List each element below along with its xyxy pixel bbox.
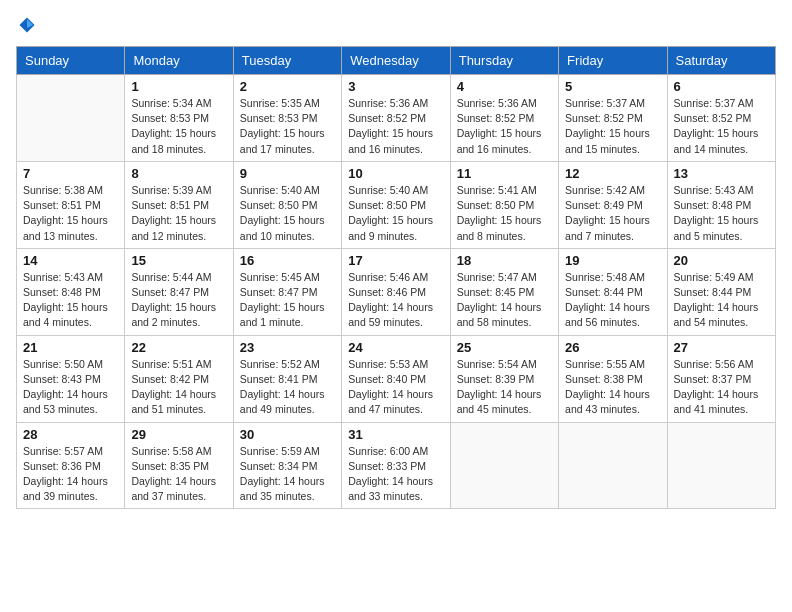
day-number: 13 (674, 166, 769, 181)
day-info: Sunrise: 5:51 AM Sunset: 8:42 PM Dayligh… (131, 357, 226, 418)
day-info: Sunrise: 5:47 AM Sunset: 8:45 PM Dayligh… (457, 270, 552, 331)
day-info: Sunrise: 5:59 AM Sunset: 8:34 PM Dayligh… (240, 444, 335, 505)
day-info: Sunrise: 5:56 AM Sunset: 8:37 PM Dayligh… (674, 357, 769, 418)
calendar-day-header: Sunday (17, 47, 125, 75)
table-row: 22Sunrise: 5:51 AM Sunset: 8:42 PM Dayli… (125, 335, 233, 422)
day-number: 31 (348, 427, 443, 442)
table-row: 21Sunrise: 5:50 AM Sunset: 8:43 PM Dayli… (17, 335, 125, 422)
table-row: 29Sunrise: 5:58 AM Sunset: 8:35 PM Dayli… (125, 422, 233, 509)
day-info: Sunrise: 5:43 AM Sunset: 8:48 PM Dayligh… (23, 270, 118, 331)
day-info: Sunrise: 5:35 AM Sunset: 8:53 PM Dayligh… (240, 96, 335, 157)
calendar-day-header: Monday (125, 47, 233, 75)
table-row: 23Sunrise: 5:52 AM Sunset: 8:41 PM Dayli… (233, 335, 341, 422)
day-info: Sunrise: 5:41 AM Sunset: 8:50 PM Dayligh… (457, 183, 552, 244)
day-info: Sunrise: 5:52 AM Sunset: 8:41 PM Dayligh… (240, 357, 335, 418)
calendar-header-row: SundayMondayTuesdayWednesdayThursdayFrid… (17, 47, 776, 75)
table-row: 25Sunrise: 5:54 AM Sunset: 8:39 PM Dayli… (450, 335, 558, 422)
table-row (559, 422, 667, 509)
day-number: 14 (23, 253, 118, 268)
day-number: 20 (674, 253, 769, 268)
day-number: 10 (348, 166, 443, 181)
day-info: Sunrise: 5:38 AM Sunset: 8:51 PM Dayligh… (23, 183, 118, 244)
day-number: 12 (565, 166, 660, 181)
day-info: Sunrise: 5:45 AM Sunset: 8:47 PM Dayligh… (240, 270, 335, 331)
day-number: 23 (240, 340, 335, 355)
day-info: Sunrise: 5:57 AM Sunset: 8:36 PM Dayligh… (23, 444, 118, 505)
table-row: 28Sunrise: 5:57 AM Sunset: 8:36 PM Dayli… (17, 422, 125, 509)
table-row: 3Sunrise: 5:36 AM Sunset: 8:52 PM Daylig… (342, 75, 450, 162)
day-number: 19 (565, 253, 660, 268)
day-number: 17 (348, 253, 443, 268)
day-info: Sunrise: 6:00 AM Sunset: 8:33 PM Dayligh… (348, 444, 443, 505)
day-number: 7 (23, 166, 118, 181)
day-info: Sunrise: 5:54 AM Sunset: 8:39 PM Dayligh… (457, 357, 552, 418)
table-row: 6Sunrise: 5:37 AM Sunset: 8:52 PM Daylig… (667, 75, 775, 162)
day-number: 11 (457, 166, 552, 181)
calendar-week-row: 1Sunrise: 5:34 AM Sunset: 8:53 PM Daylig… (17, 75, 776, 162)
table-row (17, 75, 125, 162)
day-number: 18 (457, 253, 552, 268)
table-row: 20Sunrise: 5:49 AM Sunset: 8:44 PM Dayli… (667, 248, 775, 335)
calendar-table: SundayMondayTuesdayWednesdayThursdayFrid… (16, 46, 776, 509)
table-row: 10Sunrise: 5:40 AM Sunset: 8:50 PM Dayli… (342, 161, 450, 248)
table-row: 15Sunrise: 5:44 AM Sunset: 8:47 PM Dayli… (125, 248, 233, 335)
day-number: 29 (131, 427, 226, 442)
day-info: Sunrise: 5:58 AM Sunset: 8:35 PM Dayligh… (131, 444, 226, 505)
day-number: 24 (348, 340, 443, 355)
day-number: 6 (674, 79, 769, 94)
day-number: 26 (565, 340, 660, 355)
day-number: 2 (240, 79, 335, 94)
table-row: 16Sunrise: 5:45 AM Sunset: 8:47 PM Dayli… (233, 248, 341, 335)
day-info: Sunrise: 5:43 AM Sunset: 8:48 PM Dayligh… (674, 183, 769, 244)
table-row: 17Sunrise: 5:46 AM Sunset: 8:46 PM Dayli… (342, 248, 450, 335)
page-header (16, 16, 776, 34)
logo-icon (18, 16, 36, 34)
table-row: 31Sunrise: 6:00 AM Sunset: 8:33 PM Dayli… (342, 422, 450, 509)
day-number: 28 (23, 427, 118, 442)
day-number: 8 (131, 166, 226, 181)
day-number: 3 (348, 79, 443, 94)
day-info: Sunrise: 5:50 AM Sunset: 8:43 PM Dayligh… (23, 357, 118, 418)
day-info: Sunrise: 5:40 AM Sunset: 8:50 PM Dayligh… (240, 183, 335, 244)
day-info: Sunrise: 5:40 AM Sunset: 8:50 PM Dayligh… (348, 183, 443, 244)
table-row: 5Sunrise: 5:37 AM Sunset: 8:52 PM Daylig… (559, 75, 667, 162)
day-number: 21 (23, 340, 118, 355)
day-info: Sunrise: 5:42 AM Sunset: 8:49 PM Dayligh… (565, 183, 660, 244)
day-info: Sunrise: 5:55 AM Sunset: 8:38 PM Dayligh… (565, 357, 660, 418)
logo (16, 16, 36, 34)
calendar-week-row: 21Sunrise: 5:50 AM Sunset: 8:43 PM Dayli… (17, 335, 776, 422)
calendar-week-row: 28Sunrise: 5:57 AM Sunset: 8:36 PM Dayli… (17, 422, 776, 509)
table-row: 12Sunrise: 5:42 AM Sunset: 8:49 PM Dayli… (559, 161, 667, 248)
table-row: 27Sunrise: 5:56 AM Sunset: 8:37 PM Dayli… (667, 335, 775, 422)
table-row: 13Sunrise: 5:43 AM Sunset: 8:48 PM Dayli… (667, 161, 775, 248)
table-row: 8Sunrise: 5:39 AM Sunset: 8:51 PM Daylig… (125, 161, 233, 248)
table-row: 1Sunrise: 5:34 AM Sunset: 8:53 PM Daylig… (125, 75, 233, 162)
day-number: 25 (457, 340, 552, 355)
day-number: 1 (131, 79, 226, 94)
day-number: 16 (240, 253, 335, 268)
day-info: Sunrise: 5:39 AM Sunset: 8:51 PM Dayligh… (131, 183, 226, 244)
table-row: 11Sunrise: 5:41 AM Sunset: 8:50 PM Dayli… (450, 161, 558, 248)
day-number: 9 (240, 166, 335, 181)
table-row (450, 422, 558, 509)
day-info: Sunrise: 5:37 AM Sunset: 8:52 PM Dayligh… (674, 96, 769, 157)
day-info: Sunrise: 5:46 AM Sunset: 8:46 PM Dayligh… (348, 270, 443, 331)
table-row: 4Sunrise: 5:36 AM Sunset: 8:52 PM Daylig… (450, 75, 558, 162)
table-row: 9Sunrise: 5:40 AM Sunset: 8:50 PM Daylig… (233, 161, 341, 248)
day-number: 15 (131, 253, 226, 268)
day-number: 22 (131, 340, 226, 355)
calendar-day-header: Thursday (450, 47, 558, 75)
calendar-week-row: 7Sunrise: 5:38 AM Sunset: 8:51 PM Daylig… (17, 161, 776, 248)
table-row: 7Sunrise: 5:38 AM Sunset: 8:51 PM Daylig… (17, 161, 125, 248)
day-info: Sunrise: 5:53 AM Sunset: 8:40 PM Dayligh… (348, 357, 443, 418)
day-info: Sunrise: 5:37 AM Sunset: 8:52 PM Dayligh… (565, 96, 660, 157)
day-info: Sunrise: 5:48 AM Sunset: 8:44 PM Dayligh… (565, 270, 660, 331)
day-number: 4 (457, 79, 552, 94)
table-row: 26Sunrise: 5:55 AM Sunset: 8:38 PM Dayli… (559, 335, 667, 422)
table-row: 14Sunrise: 5:43 AM Sunset: 8:48 PM Dayli… (17, 248, 125, 335)
calendar-day-header: Saturday (667, 47, 775, 75)
table-row: 18Sunrise: 5:47 AM Sunset: 8:45 PM Dayli… (450, 248, 558, 335)
table-row: 30Sunrise: 5:59 AM Sunset: 8:34 PM Dayli… (233, 422, 341, 509)
day-info: Sunrise: 5:36 AM Sunset: 8:52 PM Dayligh… (457, 96, 552, 157)
calendar-week-row: 14Sunrise: 5:43 AM Sunset: 8:48 PM Dayli… (17, 248, 776, 335)
